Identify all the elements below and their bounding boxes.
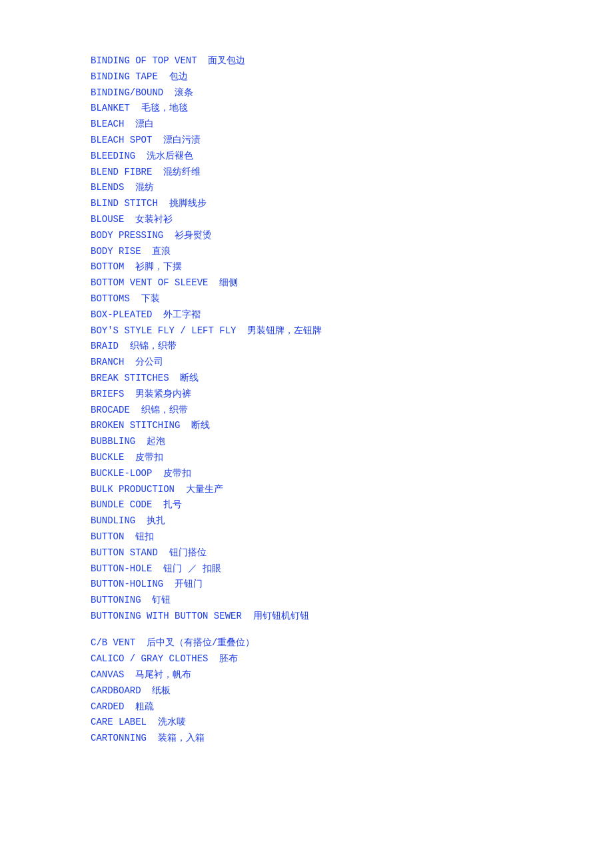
entry-blend-fibre: BLEND FIBRE 混纺纤维 <box>91 165 522 181</box>
entry-button-stand: BUTTON STAND 钮门搭位 <box>91 545 522 561</box>
entry-buttoning-with-button-sewer: BUTTONING WITH BUTTON SEWER 用钉钮机钉钮 <box>91 609 522 625</box>
entry-briefs: BRIEFS 男装紧身内裤 <box>91 387 522 403</box>
entry-binding-bound: BINDING/BOUND 滚条 <box>91 85 522 101</box>
entry-cardboard: CARDBOARD 纸板 <box>91 683 522 699</box>
entry-bleach-spot: BLEACH SPOT 漂白污渍 <box>91 133 522 149</box>
entry-brocade: BROCADE 织锦，织带 <box>91 403 522 419</box>
entry-bundle-code: BUNDLE CODE 扎号 <box>91 497 522 513</box>
entry-carded: CARDED 粗疏 <box>91 699 522 715</box>
entry-cb-vent: C/B VENT 后中叉（有搭位/重叠位） <box>91 635 522 651</box>
entry-bottoms: BOTTOMS 下装 <box>91 291 522 307</box>
entry-box-pleated: BOX-PLEATED 外工字褶 <box>91 307 522 323</box>
entry-button-hole: BUTTON-HOLE 钮门 ／ 扣眼 <box>91 561 522 577</box>
entry-blouse: BLOUSE 女装衬衫 <box>91 212 522 228</box>
entry-blind-stitch: BLIND STITCH 挑脚线步 <box>91 196 522 212</box>
entry-buttoning: BUTTONING 钉钮 <box>91 593 522 609</box>
entry-calico: CALICO / GRAY CLOTHES 胚布 <box>91 651 522 667</box>
entry-button: BUTTON 钮扣 <box>91 529 522 545</box>
entry-blends: BLENDS 混纺 <box>91 180 522 196</box>
content-area: BINDING OF TOP VENT 面叉包边BINDING TAPE 包边B… <box>91 53 522 747</box>
entry-broken-stitching: BROKEN STITCHING 断线 <box>91 418 522 434</box>
entry-body-rise: BODY RISE 直浪 <box>91 244 522 260</box>
entry-binding-of-top-vent: BINDING OF TOP VENT 面叉包边 <box>91 53 522 69</box>
entry-bubbling: BUBBLING 起泡 <box>91 434 522 450</box>
entry-binding-tape: BINDING TAPE 包边 <box>91 69 522 85</box>
entry-break-stitches: BREAK STITCHES 断线 <box>91 371 522 387</box>
entry-body-pressing: BODY PRESSING 衫身熨烫 <box>91 228 522 244</box>
entry-bundling: BUNDLING 执扎 <box>91 513 522 529</box>
entry-cartonning: CARTONNING 装箱，入箱 <box>91 731 522 747</box>
entry-care-label: CARE LABEL 洗水唛 <box>91 715 522 731</box>
entry-bottom: BOTTOM 衫脚，下摆 <box>91 259 522 275</box>
entry-buckle: BUCKLE 皮带扣 <box>91 450 522 466</box>
entry-branch: BRANCH 分公司 <box>91 355 522 371</box>
entry-blanket: BLANKET 毛毯，地毯 <box>91 101 522 117</box>
entry-bleach: BLEACH 漂白 <box>91 117 522 133</box>
entry-braid: BRAID 织锦，织带 <box>91 339 522 355</box>
entry-boys-style-fly: BOY'S STYLE FLY / LEFT FLY 男装钮牌，左钮牌 <box>91 323 522 339</box>
entry-bulk-production: BULK PRODUCTION 大量生产 <box>91 482 522 498</box>
entry-bleeding: BLEEDING 洗水后褪色 <box>91 149 522 165</box>
entry-button-holing: BUTTON-HOLING 开钮门 <box>91 577 522 593</box>
entry-canvas: CANVAS 马尾衬，帆布 <box>91 667 522 683</box>
entry-buckle-loop: BUCKLE-LOOP 皮带扣 <box>91 466 522 482</box>
entry-bottom-vent-of-sleeve: BOTTOM VENT OF SLEEVE 细侧 <box>91 275 522 291</box>
